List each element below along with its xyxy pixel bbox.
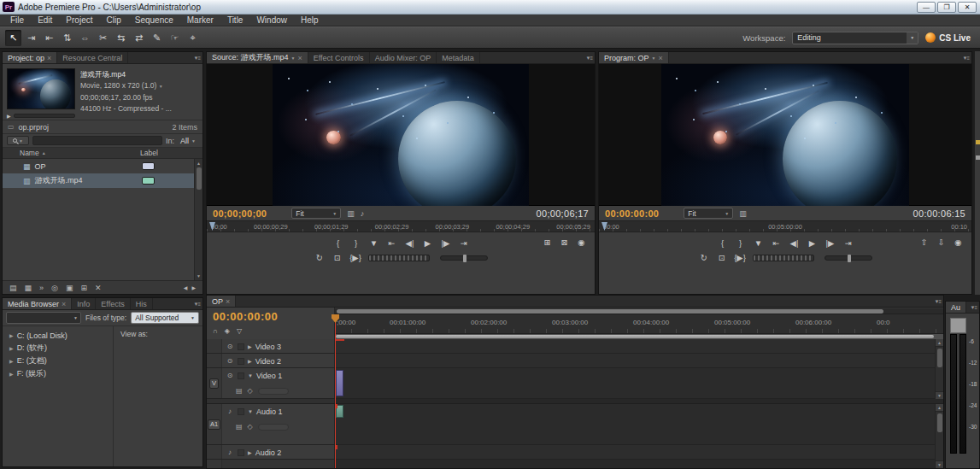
tab-audio-meters[interactable]: Au [946, 302, 966, 313]
slip-tool-button[interactable]: ⇆ [113, 30, 129, 46]
ripple-edit-tool-button[interactable]: ⇤ [41, 30, 57, 46]
program-zoom-dropdown[interactable]: Fit ▼ [684, 208, 733, 219]
column-name[interactable]: Name▲ [3, 149, 46, 157]
tab-info[interactable]: Info [72, 298, 96, 309]
scroll-right-icon[interactable]: ▶ [191, 284, 196, 290]
razor-tool-button[interactable]: ✂ [95, 30, 111, 46]
loop-button[interactable]: ↻ [314, 253, 325, 262]
expand-track-icon[interactable]: ▶ [248, 449, 252, 455]
collapsed-panel-strip[interactable] [974, 51, 980, 295]
add-marker-button[interactable]: ▼ [753, 238, 764, 248]
track-badge-cell[interactable]: V [207, 368, 222, 398]
menu-edit[interactable]: Edit [31, 15, 59, 25]
tab-effect-controls[interactable]: Effect Controls [308, 52, 370, 63]
set-display-style-button[interactable]: ▤ [236, 387, 243, 395]
close-icon[interactable]: × [226, 297, 230, 306]
toggle-track-output-icon[interactable]: ⊙ [226, 357, 234, 365]
snap-button[interactable]: ∩ [213, 327, 218, 335]
shuttle-control[interactable] [440, 255, 488, 261]
zoom-scrollbar-thumb[interactable] [337, 309, 883, 314]
lift-button[interactable]: ⇧ [918, 237, 930, 247]
close-icon[interactable]: × [658, 54, 662, 62]
new-bin-button[interactable]: ▣ [66, 284, 73, 292]
toggle-track-mute-icon[interactable]: ♪ [226, 407, 234, 415]
go-to-out-button[interactable]: ⇥ [458, 238, 469, 248]
tab-resource-central[interactable]: Resource Central [57, 52, 128, 63]
play-button[interactable]: ▶ [422, 238, 433, 248]
automate-to-sequence-button[interactable]: » [39, 284, 44, 292]
menu-marker[interactable]: Marker [180, 15, 220, 25]
search-filter-button[interactable]: ▼ [7, 136, 29, 145]
column-label[interactable]: Label [140, 149, 158, 157]
menu-title[interactable]: Title [220, 15, 250, 25]
go-to-out-button[interactable]: ⇥ [842, 238, 854, 248]
track-select-tool-button[interactable]: ⇥ [23, 30, 39, 46]
menu-window[interactable]: Window [249, 15, 294, 25]
encore-chapter-marker-button[interactable]: ◈ [225, 327, 230, 335]
audio-tracks-scrollbar[interactable]: ▲ ▼ [935, 404, 943, 468]
add-marker-button[interactable]: ▼ [368, 238, 379, 248]
chevron-down-icon[interactable]: ▼ [291, 56, 296, 61]
chevron-right-icon[interactable]: ▶ [9, 332, 14, 338]
preview-play-button[interactable]: ▶ [7, 113, 11, 119]
slide-tool-button[interactable]: ⇄ [131, 30, 147, 46]
jog-control[interactable] [368, 255, 430, 261]
tree-item-drive-d[interactable]: ▶D: (软件) [3, 342, 113, 355]
tab-sequence-op[interactable]: OP × [207, 296, 236, 307]
files-of-type-dropdown[interactable]: All Supported ▼ [131, 312, 199, 324]
panel-menu-icon[interactable]: ▼≡ [584, 56, 595, 61]
tab-metadata[interactable]: Metadata [437, 52, 480, 63]
show-keyframes-button[interactable]: ◇ [248, 387, 253, 395]
menu-sequence[interactable]: Sequence [128, 15, 180, 25]
play-in-to-out-button[interactable]: {▶} [734, 253, 746, 262]
jog-control[interactable] [753, 255, 814, 261]
shuttle-handle[interactable] [463, 255, 467, 262]
step-back-button[interactable]: ◀| [404, 238, 415, 248]
chevron-down-icon[interactable]: ▼ [652, 56, 656, 61]
list-item-movie-clip[interactable]: ▥ 游戏开场.mp4 [3, 173, 202, 188]
find-button[interactable]: ◎ [51, 284, 58, 292]
clear-button[interactable]: ✕ [95, 284, 102, 292]
rolling-edit-tool-button[interactable]: ⇅ [59, 30, 75, 46]
step-forward-button[interactable]: |▶ [440, 238, 451, 248]
play-in-to-out-button[interactable]: {▶} [349, 253, 361, 262]
panel-menu-icon[interactable]: ▼≡ [968, 305, 979, 310]
export-frame-button[interactable]: ◉ [576, 237, 587, 247]
collapsed-panel-icon[interactable] [976, 140, 980, 144]
insert-button[interactable]: ⊞ [542, 237, 553, 247]
minimize-button[interactable]: — [917, 2, 936, 13]
hand-tool-button[interactable]: ☞ [167, 30, 183, 46]
output-button[interactable]: ▥ [739, 209, 747, 218]
workspace-dropdown[interactable]: Editing ▼ [792, 32, 918, 44]
extract-button[interactable]: ⇩ [936, 237, 947, 247]
menu-project[interactable]: Project [59, 15, 99, 25]
panel-menu-icon[interactable]: ▼≡ [932, 299, 943, 304]
preview-scrubber[interactable] [14, 114, 75, 118]
go-to-in-button[interactable]: ⇤ [771, 238, 782, 248]
video-2-lane[interactable] [335, 354, 943, 367]
tab-program[interactable]: Program: OP ▼ × [599, 52, 669, 63]
scroll-down-icon[interactable]: ▼ [936, 391, 943, 399]
directory-dropdown[interactable]: ▼ [6, 312, 81, 324]
menu-clip[interactable]: Clip [99, 15, 127, 25]
tab-media-browser[interactable]: Media Browser × [3, 298, 72, 309]
scroll-up-icon[interactable]: ▲ [936, 404, 943, 412]
tab-audio-mixer[interactable]: Audio Mixer: OP [370, 52, 437, 63]
timeline-timecode[interactable]: 00:00:00:00 [213, 310, 278, 323]
pen-tool-button[interactable]: ✎ [149, 30, 165, 46]
track-lock-toggle[interactable] [238, 358, 244, 365]
scroll-left-icon[interactable]: ◀ [184, 284, 188, 290]
track-lock-toggle[interactable] [238, 449, 244, 456]
icon-view-button[interactable]: ▦ [25, 284, 32, 292]
scrollbar-thumb[interactable] [197, 167, 202, 190]
scroll-down-icon[interactable]: ▼ [936, 460, 943, 468]
set-display-style-button[interactable]: ▤ [236, 423, 243, 431]
shuttle-handle[interactable] [848, 255, 851, 262]
source-current-timecode[interactable]: 00;00;00;00 [213, 208, 267, 219]
track-lock-toggle[interactable] [238, 372, 244, 379]
video-tracks-scrollbar[interactable]: ▲ ▼ [935, 339, 943, 399]
overwrite-button[interactable]: ⊠ [559, 237, 570, 247]
set-in-button[interactable]: { [717, 238, 728, 248]
set-out-button[interactable]: } [350, 238, 361, 248]
close-icon[interactable]: × [62, 300, 66, 308]
